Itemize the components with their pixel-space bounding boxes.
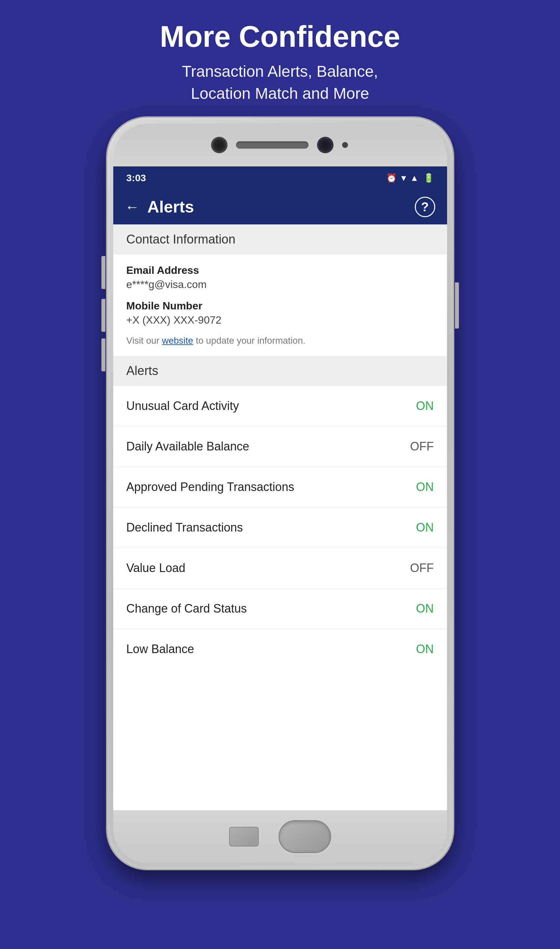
signal-icon: ▲: [410, 173, 419, 183]
alert-name-low-balance: Low Balance: [126, 642, 194, 656]
page-header: More Confidence Transaction Alerts, Bala…: [153, 0, 406, 118]
wifi-icon: ▾: [401, 173, 406, 183]
alert-status-change-of-card-status: ON: [416, 602, 434, 616]
alert-status-low-balance: ON: [416, 642, 434, 656]
phone-frame: 3:03 ⏰ ▾ ▲ 🔋 ← Alerts ? Contact Informat…: [107, 118, 453, 869]
email-label: Email Address: [126, 264, 434, 276]
headline: More Confidence: [160, 20, 400, 54]
subheadline: Transaction Alerts, Balance,Location Mat…: [160, 60, 400, 105]
alert-status-value-load: OFF: [410, 561, 434, 575]
email-field: Email Address e****g@visa.com: [126, 264, 434, 291]
back-button[interactable]: ←: [125, 199, 140, 215]
alert-row-approved-pending-transactions[interactable]: Approved Pending Transactions ON: [113, 467, 447, 508]
mobile-field: Mobile Number +X (XXX) XXX-9072: [126, 300, 434, 326]
home-button-square: [229, 827, 259, 847]
phone-inner: 3:03 ⏰ ▾ ▲ 🔋 ← Alerts ? Contact Informat…: [113, 123, 447, 863]
alert-row-low-balance[interactable]: Low Balance ON: [113, 629, 447, 669]
front-camera-left: [212, 138, 226, 152]
alert-status-unusual-card-activity: ON: [416, 399, 434, 413]
alert-row-daily-available-balance[interactable]: Daily Available Balance OFF: [113, 426, 447, 467]
alert-name-approved-pending-transactions: Approved Pending Transactions: [126, 480, 294, 494]
screen-content: Contact Information Email Address e****g…: [113, 224, 447, 810]
alert-status-declined-transactions: ON: [416, 521, 434, 534]
alert-name-daily-available-balance: Daily Available Balance: [126, 440, 249, 454]
alert-row-unusual-card-activity[interactable]: Unusual Card Activity ON: [113, 386, 447, 426]
email-value: e****g@visa.com: [126, 278, 434, 291]
alert-status-daily-available-balance: OFF: [410, 440, 434, 454]
front-camera-right: [318, 138, 332, 152]
website-note-post: to update your information.: [193, 335, 306, 346]
status-time: 3:03: [126, 172, 146, 184]
proximity-sensor: [342, 142, 348, 148]
alert-row-value-load[interactable]: Value Load OFF: [113, 548, 447, 588]
contact-section: Email Address e****g@visa.com Mobile Num…: [113, 255, 447, 356]
earpiece-speaker: [236, 141, 308, 149]
alert-row-declined-transactions[interactable]: Declined Transactions ON: [113, 508, 447, 548]
alarm-icon: ⏰: [386, 173, 397, 183]
nav-title: Alerts: [148, 198, 407, 216]
website-note-pre: Visit our: [126, 335, 162, 346]
status-bar: 3:03 ⏰ ▾ ▲ 🔋: [113, 167, 447, 190]
contact-section-header: Contact Information: [113, 224, 447, 255]
phone-bottom-hardware: [113, 810, 447, 863]
alert-name-change-of-card-status: Change of Card Status: [126, 602, 247, 616]
home-button[interactable]: [278, 820, 331, 853]
phone-screen: 3:03 ⏰ ▾ ▲ 🔋 ← Alerts ? Contact Informat…: [113, 167, 447, 810]
alert-status-approved-pending-transactions: ON: [416, 480, 434, 494]
help-button[interactable]: ?: [415, 197, 435, 217]
alert-name-value-load: Value Load: [126, 561, 186, 575]
phone-top-hardware: [113, 123, 447, 167]
website-link[interactable]: website: [162, 335, 193, 346]
nav-bar: ← Alerts ?: [113, 190, 447, 224]
alert-row-change-of-card-status[interactable]: Change of Card Status ON: [113, 588, 447, 629]
alert-name-unusual-card-activity: Unusual Card Activity: [126, 399, 239, 413]
alert-name-declined-transactions: Declined Transactions: [126, 521, 243, 534]
mobile-label: Mobile Number: [126, 300, 434, 312]
mobile-value: +X (XXX) XXX-9072: [126, 314, 434, 326]
status-icons: ⏰ ▾ ▲ 🔋: [386, 173, 434, 183]
website-note: Visit our website to update your informa…: [126, 335, 434, 346]
battery-icon: 🔋: [423, 173, 434, 183]
alerts-section-header: Alerts: [113, 356, 447, 386]
